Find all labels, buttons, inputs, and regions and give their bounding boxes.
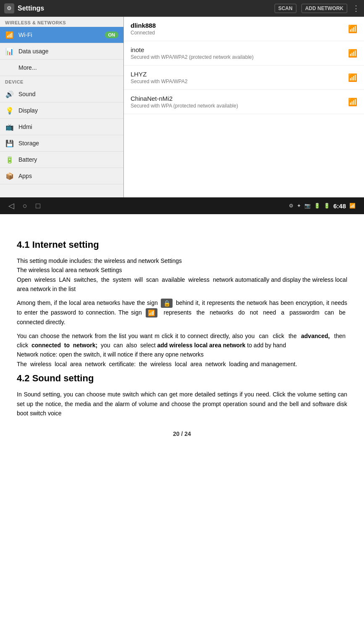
- network-name-chinanet: ChinaNet-nMi2: [131, 95, 238, 102]
- more-label: More...: [18, 64, 37, 71]
- doc-content: 4.1 Internet setting This setting module…: [0, 223, 364, 454]
- wifi-icon: 📶: [5, 30, 14, 39]
- data-usage-icon: 📊: [5, 47, 14, 56]
- network-info-chinanet: ChinaNet-nMi2 Secured with WPA (protecte…: [131, 95, 238, 109]
- back-button[interactable]: ◁: [8, 201, 14, 210]
- sidebar-item-display[interactable]: 💡 Display: [0, 102, 123, 119]
- wifi-signal-chinanet: 📶: [348, 97, 357, 107]
- top-bar-title: Settings: [18, 5, 44, 12]
- battery-icon: 🔋: [5, 155, 14, 164]
- screenshot-area: ⚙ Settings SCAN ADD NETWORK ⋮ WIRELESS &…: [0, 0, 364, 214]
- sidebar-item-sound[interactable]: 🔊 Sound: [0, 86, 123, 102]
- bottom-status-icons: ⚙ ✦ 📷 🔋 🔋 6:48 📶: [289, 202, 356, 210]
- network-item-inote[interactable]: inote Secured with WPA/WPA2 (protected n…: [124, 41, 364, 66]
- home-button[interactable]: ○: [23, 202, 27, 210]
- sound-icon: 🔊: [5, 89, 14, 99]
- top-bar-right: SCAN ADD NETWORK ⋮: [275, 4, 360, 13]
- storage-label: Storage: [18, 140, 39, 147]
- bottom-nav-icons: ◁ ○ □: [8, 201, 40, 210]
- section-41-para-3: You can choose the network from the list…: [17, 331, 347, 369]
- network-info-inote: inote Secured with WPA/WPA2 (protected n…: [131, 46, 254, 60]
- apps-icon: 📦: [5, 171, 14, 181]
- sidebar-item-data-usage[interactable]: 📊 Data usage: [0, 43, 123, 60]
- storage-icon: 💾: [5, 139, 14, 148]
- connected-to-network-label: connected to network;: [31, 342, 97, 349]
- scan-button[interactable]: SCAN: [275, 4, 296, 13]
- more-icon: [5, 63, 14, 72]
- sidebar-item-wifi[interactable]: 📶 Wi-Fi ON: [0, 27, 123, 43]
- sidebar-item-hdmi[interactable]: 📺 Hdmi: [0, 119, 123, 135]
- sound-label: Sound: [18, 91, 35, 97]
- wifi-signal-inote: 📶: [348, 49, 357, 58]
- wifi-signal-dlink888: 📶: [348, 24, 357, 34]
- top-bar-left: ⚙ Settings: [4, 3, 44, 13]
- settings-app-icon: ⚙: [4, 3, 14, 13]
- sidebar-item-battery[interactable]: 🔋 Battery: [0, 152, 123, 168]
- add-network-button[interactable]: ADD NETWORK: [301, 4, 347, 13]
- content-divider: [0, 214, 364, 223]
- open-icon-inline: [146, 308, 157, 317]
- section-41-heading: 4.1 Internet setting: [17, 239, 347, 250]
- advanced-label: advanced,: [301, 333, 330, 339]
- bluetooth-icon: ✦: [297, 203, 301, 209]
- network-item-chinanet[interactable]: ChinaNet-nMi2 Secured with WPA (protecte…: [124, 90, 364, 114]
- wifi-signal-lhyz: 📶: [348, 73, 357, 82]
- device-section-header: DEVICE: [0, 76, 123, 86]
- page-footer: 20 / 24: [17, 422, 347, 441]
- wifi-toggle[interactable]: ON: [105, 31, 119, 38]
- time-display: 6:48: [333, 202, 346, 210]
- hdmi-label: Hdmi: [18, 123, 32, 130]
- wifi-status-icon: 📶: [349, 203, 356, 209]
- display-icon: 💡: [5, 106, 14, 115]
- hdmi-icon: 📺: [5, 122, 14, 131]
- data-usage-label: Data usage: [18, 48, 49, 55]
- battery-status-icon: 🔋: [314, 203, 320, 209]
- section-42-heading: 4.2 Sound setting: [17, 373, 347, 384]
- section-41-para-1: This setting module includes: the wirele…: [17, 256, 347, 294]
- main-panels: WIRELESS & NETWORKS 📶 Wi-Fi ON 📊 Data us…: [0, 17, 364, 197]
- network-name-inote: inote: [131, 46, 254, 53]
- section-41-para-2: Among them, if the local area networks h…: [17, 298, 347, 327]
- network-item-lhyz[interactable]: LHYZ Secured with WPA/WPA2 📶: [124, 66, 364, 90]
- network-status-dlink888: Connected: [131, 30, 156, 36]
- network-name-dlink888: dlink888: [131, 22, 156, 29]
- overflow-menu-icon[interactable]: ⋮: [352, 4, 360, 13]
- network-info-dlink888: dlink888 Connected: [131, 22, 156, 36]
- network-list-panel: dlink888 Connected 📶 inote Secured with …: [124, 17, 364, 197]
- top-bar: ⚙ Settings SCAN ADD NETWORK ⋮: [0, 0, 364, 17]
- display-label: Display: [18, 107, 38, 114]
- bottom-bar: ◁ ○ □ ⚙ ✦ 📷 🔋 🔋 6:48 📶: [0, 197, 364, 214]
- settings-status-icon: ⚙: [289, 203, 293, 209]
- apps-label: Apps: [18, 173, 32, 179]
- battery-label: Battery: [18, 156, 37, 163]
- network-status-inote: Secured with WPA/WPA2 (protected network…: [131, 54, 254, 60]
- section-42-para-1: In Sound setting, you can choose mute sw…: [17, 390, 347, 418]
- sidebar-item-apps[interactable]: 📦 Apps: [0, 168, 123, 184]
- network-status-chinanet: Secured with WPA (protected network avai…: [131, 103, 238, 109]
- screenshot-icon: 📷: [304, 203, 311, 209]
- lock-icon-inline: [161, 299, 173, 308]
- wifi-label: Wi-Fi: [18, 31, 101, 38]
- battery-status-icon2: 🔋: [324, 203, 330, 209]
- sidebar: WIRELESS & NETWORKS 📶 Wi-Fi ON 📊 Data us…: [0, 17, 124, 197]
- recents-button[interactable]: □: [36, 202, 40, 210]
- network-status-lhyz: Secured with WPA/WPA2: [131, 79, 188, 84]
- wireless-networks-section-header: WIRELESS & NETWORKS: [0, 17, 123, 27]
- sidebar-item-storage[interactable]: 💾 Storage: [0, 135, 123, 152]
- add-wireless-label: add wireless local area network: [157, 342, 246, 349]
- network-item-dlink888[interactable]: dlink888 Connected 📶: [124, 17, 364, 41]
- page-number: 20 / 24: [173, 430, 191, 437]
- network-name-lhyz: LHYZ: [131, 71, 188, 78]
- network-info-lhyz: LHYZ Secured with WPA/WPA2: [131, 71, 188, 84]
- sidebar-item-more[interactable]: More...: [0, 60, 123, 76]
